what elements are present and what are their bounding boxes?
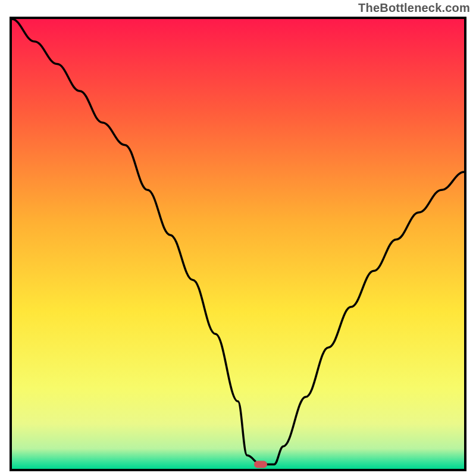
attribution-text: TheBottleneck.com [358,1,470,15]
minimum-marker [254,461,267,468]
plot-svg [12,19,464,469]
plot-frame [10,17,466,471]
chart-container: TheBottleneck.com [0,0,476,476]
